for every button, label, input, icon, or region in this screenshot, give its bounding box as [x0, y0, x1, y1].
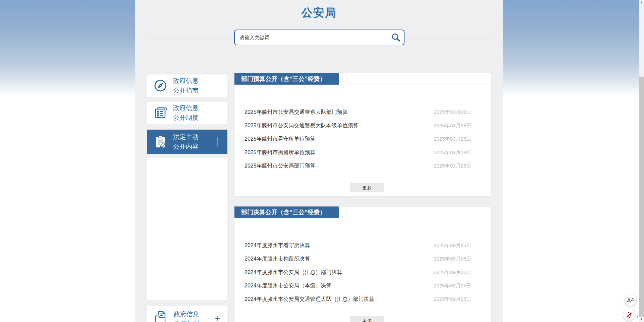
panel-final-accounts-disclosure: 部门决算公开（含“三公”经费） 2024年度滕州市看守所决算 2025年09月0… [234, 206, 491, 322]
document-link[interactable]: 2024年度滕州市公安局交通管理大队（汇总）部门决算 [245, 296, 375, 303]
document-link[interactable]: 2024年度滕州市拘留所决算 [245, 256, 310, 263]
chevron-down-icon[interactable]: ▾ [637, 314, 639, 319]
list-item: 2025年滕州市公安局交通警察大队部门预算 2025年03月28日 [234, 105, 491, 119]
list-item: 2024年度滕州市公安局（本级）决算 2025年09月05日 [234, 279, 491, 292]
list-item: 2024年度滕州市公安局交通管理大队（汇总）部门决算 2025年09月05日 [234, 292, 491, 306]
more-button[interactable]: 更多 [350, 316, 384, 322]
expand-plus-icon[interactable]: + [215, 313, 221, 322]
graph-icon [626, 311, 633, 319]
folder-icon [153, 309, 168, 322]
publish-date: 2025年03月28日 [434, 123, 471, 129]
document-link[interactable]: 2024年度滕州市看守所决算 [245, 242, 310, 249]
page: 公安局 [0, 0, 644, 322]
tab-final-accounts-disclosure[interactable]: 部门决算公开（含“三公”经费） [234, 206, 339, 218]
search-input[interactable] [235, 35, 388, 40]
sidebar-item-label: 政府信息 公开指南 [173, 76, 199, 95]
sidebar-item-label: 政府信息 公开年报 [174, 309, 199, 322]
document-link[interactable]: 2024年度滕州市公安局（汇总）部门决算 [245, 269, 342, 276]
sidebar-submenu: 通知公告 规划计划 财政信息 财政预决算 部门预算公开（含“三公”经费） 部门决… [147, 158, 227, 300]
list-item: 2024年度滕州市看守所决算 2025年09月05日 [234, 239, 491, 252]
list-item: 2025年滕州市公安局部门预算 2025年03月28日 [234, 159, 491, 173]
sidebar-item-legal-disclosure[interactable]: 法定主动 公开内容 [147, 130, 227, 154]
list-item: 2024年度滕州市公安局（汇总）部门决算 2025年09月05日 [234, 266, 491, 279]
scroll-hint [217, 137, 218, 146]
search-bar [234, 30, 405, 45]
document-link[interactable]: 2024年度滕州市公安局（本级）决算 [245, 282, 332, 289]
publish-date: 2025年09月05日 [434, 283, 471, 289]
content-column: 公安局 [135, 0, 503, 322]
divider-left [146, 40, 231, 40]
divider-right [407, 40, 492, 40]
notebook-icon [153, 105, 168, 120]
tab-budget-disclosure[interactable]: 部门预算公开（含“三公”经费） [234, 73, 339, 85]
document-link[interactable]: 2025年滕州市公安局交通警察大队部门预算 [245, 109, 348, 116]
publish-date: 2025年03月28日 [434, 149, 471, 156]
document-link[interactable]: 2025年滕州市看守所单位预算 [245, 136, 316, 143]
publish-date: 2025年09月05日 [434, 269, 471, 276]
sidebar-item-annual-report[interactable]: 政府信息 公开年报 + [147, 306, 227, 322]
publish-date: 2025年03月28日 [434, 109, 471, 116]
scrollbar-thumb[interactable] [639, 77, 644, 317]
compass-icon [153, 78, 168, 93]
magnifier-icon [391, 33, 401, 43]
panel-header: 部门预算公开（含“三公”经费） [234, 73, 491, 85]
publish-date: 2025年03月28日 [434, 163, 471, 169]
sidebar-item-system[interactable]: 政府信息 公开制度 [147, 102, 227, 124]
publish-date: 2025年03月28日 [434, 136, 471, 142]
more-button[interactable]: 更多 [350, 183, 384, 192]
translate-button[interactable]: 文A [625, 294, 636, 306]
scrollbar[interactable]: ▲ ▼ [639, 0, 644, 322]
sidebar-item-guide[interactable]: 政府信息 公开指南 [147, 75, 227, 97]
panel-header: 部门决算公开（含“三公”经费） [234, 206, 491, 218]
page-title: 公安局 [135, 5, 503, 20]
publish-date: 2025年09月05日 [434, 296, 471, 303]
sidebar-item-label: 政府信息 公开制度 [173, 103, 199, 123]
document-link[interactable]: 2025年滕州市公安局部门预算 [245, 163, 316, 170]
extension-button[interactable] [623, 309, 635, 321]
document-list: 2025年滕州市公安局交通警察大队部门预算 2025年03月28日 2025年滕… [234, 85, 491, 173]
scroll-up-arrow[interactable]: ▲ [639, 0, 644, 5]
list-item: 2025年滕州市拘留所单位预算 2025年03月28日 [234, 146, 491, 159]
panel-budget-disclosure: 部门预算公开（含“三公”经费） 2025年滕州市公安局交通警察大队部门预算 20… [234, 73, 491, 196]
sidebar-item-label: 法定主动 公开内容 [173, 132, 199, 151]
publish-date: 2025年09月05日 [434, 256, 471, 262]
list-item: 2025年滕州市公安局交通警察大队本级单位预算 2025年03月28日 [234, 119, 491, 132]
list-item: 2025年滕州市看守所单位预算 2025年03月28日 [234, 132, 491, 146]
translate-icon: 文A [627, 297, 634, 303]
search-button[interactable] [388, 30, 404, 45]
scroll-down-arrow[interactable]: ▼ [639, 317, 644, 322]
clipboard-pen-icon [153, 134, 168, 149]
document-list: 2024年度滕州市看守所决算 2025年09月05日 2024年度滕州市拘留所决… [234, 218, 491, 306]
publish-date: 2025年09月05日 [434, 242, 471, 249]
document-link[interactable]: 2025年滕州市拘留所单位预算 [245, 149, 316, 156]
list-item: 2024年度滕州市拘留所决算 2025年09月05日 [234, 252, 491, 266]
document-link[interactable]: 2025年滕州市公安局交通警察大队本级单位预算 [245, 122, 359, 129]
